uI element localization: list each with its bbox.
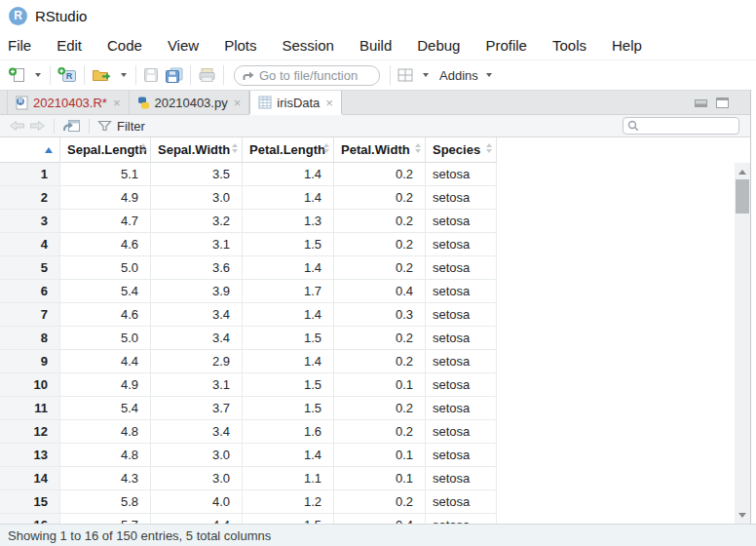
maximize-pane-icon[interactable] xyxy=(716,98,729,108)
tab-irisdata[interactable]: irisData × xyxy=(249,91,342,114)
back-button[interactable] xyxy=(7,120,27,132)
tab-label: irisData xyxy=(277,96,320,110)
cell-petal-width: 0.4 xyxy=(334,280,426,303)
row-number: 16 xyxy=(0,514,60,524)
toolbar-separator xyxy=(223,65,224,85)
table-row: 134.83.01.40.1setosa xyxy=(0,444,750,467)
sort-toggle-icon xyxy=(415,143,421,153)
cell-sepal-length: 5.7 xyxy=(60,514,151,524)
table-row: 115.43.71.50.2setosa xyxy=(0,397,750,420)
addins-dropdown[interactable] xyxy=(480,63,497,87)
menu-item-debug[interactable]: Debug xyxy=(404,31,472,59)
column-header-petal-length[interactable]: Petal.Length xyxy=(243,137,334,163)
panes-layout-button[interactable] xyxy=(395,63,417,87)
new-file-icon xyxy=(8,66,26,84)
table-row: 74.63.41.40.3setosa xyxy=(0,303,750,327)
menu-item-help[interactable]: Help xyxy=(599,31,655,59)
sort-toggle-icon xyxy=(140,143,146,153)
column-header-sepal-width[interactable]: Sepal.Width xyxy=(151,137,243,163)
scroll-up-button[interactable] xyxy=(735,165,750,178)
menu-item-edit[interactable]: Edit xyxy=(44,31,94,59)
cell-species: setosa xyxy=(426,467,497,490)
row-number: 9 xyxy=(0,350,60,373)
save-all-button[interactable] xyxy=(162,63,186,87)
row-number: 10 xyxy=(0,373,60,397)
svg-text:R: R xyxy=(66,71,73,81)
cell-petal-width: 0.2 xyxy=(334,420,426,444)
table-row: 85.03.41.50.2setosa xyxy=(0,327,750,350)
close-icon[interactable]: × xyxy=(325,96,333,110)
toolbar-separator xyxy=(84,65,85,85)
cell-sepal-length: 4.4 xyxy=(60,350,151,373)
cell-sepal-width: 4.0 xyxy=(151,490,243,514)
table-search-input[interactable] xyxy=(642,119,738,133)
cell-petal-width: 0.2 xyxy=(334,397,426,420)
save-button[interactable] xyxy=(140,63,162,87)
popout-window-icon xyxy=(62,119,81,133)
panes-layout-dropdown[interactable] xyxy=(417,63,434,87)
row-number: 12 xyxy=(0,420,60,444)
toolbar-separator xyxy=(190,65,191,85)
cell-species: setosa xyxy=(426,256,497,280)
column-header-sepal-length[interactable]: Sepal.Length xyxy=(60,137,151,163)
column-header-petal-width[interactable]: Petal.Width xyxy=(334,137,426,163)
cell-petal-width: 0.3 xyxy=(334,303,426,327)
row-number-header[interactable] xyxy=(0,137,60,163)
toolbar-separator xyxy=(390,65,391,85)
cell-petal-width: 0.2 xyxy=(334,350,426,373)
open-file-button[interactable] xyxy=(89,63,115,87)
tab-20210403-py[interactable]: 20210403.py × xyxy=(130,91,250,114)
table-search-box[interactable] xyxy=(623,117,739,135)
menu-item-plots[interactable]: Plots xyxy=(211,31,269,59)
new-file-button[interactable] xyxy=(5,63,29,87)
menu-item-tools[interactable]: Tools xyxy=(540,31,599,59)
cell-petal-length: 1.4 xyxy=(243,186,334,210)
cell-sepal-width: 3.2 xyxy=(151,210,243,233)
cell-sepal-length: 4.9 xyxy=(60,186,151,210)
cell-sepal-width: 2.9 xyxy=(151,350,243,373)
table-row: 155.84.01.20.2setosa xyxy=(0,490,750,514)
r-script-file-icon: R xyxy=(16,96,28,110)
show-in-new-window-button[interactable] xyxy=(60,119,83,133)
vertical-scrollbar[interactable] xyxy=(735,163,750,524)
status-bar: Showing 1 to 16 of 150 entries, 5 total … xyxy=(0,524,756,546)
table-row: 24.93.01.40.2setosa xyxy=(0,186,750,210)
row-number: 7 xyxy=(0,303,60,327)
triangle-down-icon xyxy=(738,513,746,518)
table-row: 94.42.91.40.2setosa xyxy=(0,350,750,373)
menu-item-profile[interactable]: Profile xyxy=(472,31,540,59)
cell-petal-length: 1.6 xyxy=(243,420,334,444)
tab-20210403-r[interactable]: R 20210403.R* × xyxy=(7,91,130,114)
cell-sepal-width: 3.0 xyxy=(151,467,243,490)
cell-sepal-length: 4.8 xyxy=(60,444,151,467)
close-icon[interactable]: × xyxy=(234,96,242,110)
minimize-pane-icon[interactable] xyxy=(695,98,707,107)
menu-item-code[interactable]: Code xyxy=(94,31,155,59)
menu-item-view[interactable]: View xyxy=(155,31,211,59)
new-file-dropdown[interactable] xyxy=(29,63,46,87)
row-number: 8 xyxy=(0,327,60,350)
save-all-icon xyxy=(165,67,183,84)
addins-button[interactable]: Addins xyxy=(439,68,478,83)
cell-sepal-length: 5.4 xyxy=(60,280,151,303)
open-file-dropdown[interactable] xyxy=(115,63,132,87)
filter-button[interactable]: Filter xyxy=(95,119,147,134)
cell-petal-length: 1.2 xyxy=(243,490,334,514)
goto-file-function-box[interactable] xyxy=(234,65,380,86)
goto-file-function-input[interactable] xyxy=(259,68,379,83)
menu-item-file[interactable]: File xyxy=(0,31,44,59)
menu-item-build[interactable]: Build xyxy=(347,31,404,59)
scrollbar-thumb[interactable] xyxy=(736,179,749,214)
menu-item-session[interactable]: Session xyxy=(270,31,347,59)
print-button[interactable] xyxy=(195,63,219,87)
column-header-species[interactable]: Species xyxy=(426,137,497,163)
table-row: 165.74.41.50.4setosa xyxy=(0,514,750,524)
table-row: 34.73.21.30.2setosa xyxy=(0,210,750,233)
row-number: 5 xyxy=(0,256,60,280)
forward-button[interactable] xyxy=(27,120,48,132)
cell-sepal-width: 3.4 xyxy=(151,420,243,444)
new-project-button[interactable]: R xyxy=(55,63,80,87)
cell-species: setosa xyxy=(426,303,497,327)
close-icon[interactable]: × xyxy=(113,96,121,110)
scroll-down-button[interactable] xyxy=(735,508,750,522)
